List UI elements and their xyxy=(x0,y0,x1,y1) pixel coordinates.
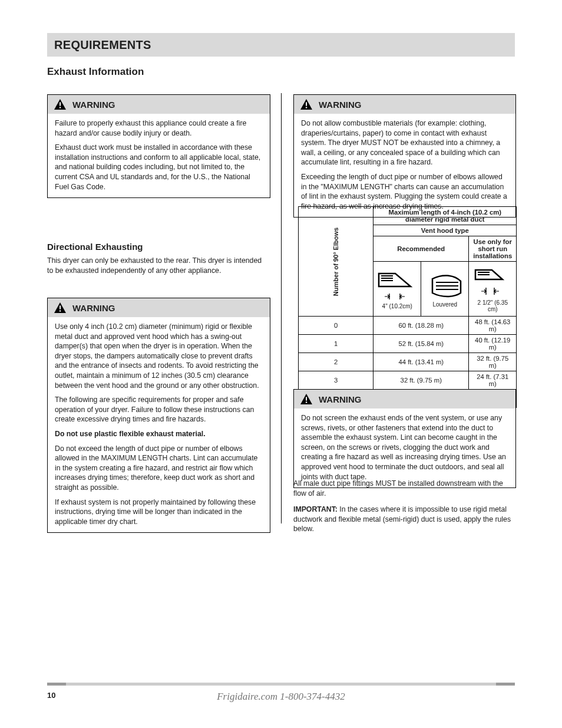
warning-body: Do not allow combustible materials (for … xyxy=(294,114,515,217)
svg-point-7 xyxy=(306,401,308,403)
warning-box-1: WARNING Failure to properly exhaust this… xyxy=(47,94,270,198)
warning-icon xyxy=(54,98,67,110)
warning-title: WARNING xyxy=(319,100,362,110)
table-row: 152 ft. (15.84 m)40 ft. (12.19 m) xyxy=(299,335,517,353)
warning-text: Exceeding the length of duct pipe or num… xyxy=(301,172,508,211)
table-rotated-header: Number of 90° Elbows xyxy=(299,207,373,317)
warning-text: Exhaust duct work must be installed in a… xyxy=(55,143,263,192)
vent-hood-c-icon xyxy=(472,265,513,299)
svg-point-3 xyxy=(59,310,61,312)
warning-text: Use only 4 inch (10.2 cm) diameter (mini… xyxy=(55,322,263,390)
vent-hood-b-icon xyxy=(424,271,465,301)
table-header-row: Maximum length of 4-inch (10.2 cm) diame… xyxy=(373,207,517,225)
warning-body: Do not screen the exhaust ends of the ve… xyxy=(294,409,515,487)
warning-icon xyxy=(54,302,67,314)
vent-hood-diagram-cell: 4" (10.2cm) xyxy=(373,262,421,317)
table-subheader: Use only for short run installations xyxy=(469,236,517,262)
table-row: 060 ft. (18.28 m)48 ft. (14.63 m) xyxy=(299,317,517,335)
section-banner: REQUIREMENTS xyxy=(47,33,515,57)
warning-box-3: WARNING Do not allow combustible materia… xyxy=(293,94,516,218)
section-subtitle: Exhaust Information xyxy=(47,66,515,78)
warning-icon xyxy=(300,393,313,405)
warning-title: WARNING xyxy=(319,394,362,404)
warning-text: If exhaust system is not properly mainta… xyxy=(55,498,263,527)
svg-point-1 xyxy=(59,107,61,108)
svg-rect-2 xyxy=(59,305,61,309)
warning-body: Use only 4 inch (10.2 cm) diameter (mini… xyxy=(48,317,270,532)
svg-rect-6 xyxy=(306,397,307,400)
column-divider xyxy=(281,93,282,523)
table-row: 332 ft. (9.75 m)24 ft. (7.31 m) xyxy=(299,371,517,390)
svg-point-5 xyxy=(306,107,308,108)
table-row: 244 ft. (13.41 m)32 ft. (9.75 m) xyxy=(299,353,517,371)
warning-text: Do not allow combustible materials (for … xyxy=(301,118,508,167)
vent-hood-diagram-cell: Louvered xyxy=(421,262,469,317)
warning-header: WARNING xyxy=(294,390,515,409)
vent-hood-diagram-cell: 2 1/2" (6.35 cm) xyxy=(469,262,517,317)
table-header-row: Vent hood type xyxy=(373,225,517,236)
warning-text: The following are specific requirements … xyxy=(55,395,263,424)
body-paragraph: This dryer can only be exhausted to the … xyxy=(47,256,269,275)
max-length-table: Number of 90° Elbows Maximum length of 4… xyxy=(298,206,517,408)
warning-title: WARNING xyxy=(72,100,115,110)
warning-text: Failure to properly exhaust this applian… xyxy=(55,118,263,138)
warning-icon xyxy=(300,98,313,110)
warning-text: Do not use plastic flexible exhaust mate… xyxy=(55,429,263,439)
subsection-heading: Directional Exhausting xyxy=(47,242,269,252)
vent-hood-a-icon xyxy=(376,269,418,303)
section-banner-title: REQUIREMENTS xyxy=(47,33,515,52)
warning-header: WARNING xyxy=(48,95,270,114)
svg-rect-0 xyxy=(59,102,61,106)
warning-text: Do not exceed the length of duct pipe or… xyxy=(55,444,263,493)
warning-box-4: WARNING Do not screen the exhaust ends o… xyxy=(293,389,516,488)
body-paragraph: All male duct pipe fittings MUST be inst… xyxy=(293,479,515,498)
warning-box-2: WARNING Use only 4 inch (10.2 cm) diamet… xyxy=(47,298,270,533)
table-subheader: Recommended xyxy=(373,236,469,262)
footer-brand: Frigidaire.com 1-800-374-4432 xyxy=(0,691,562,703)
warning-body: Failure to properly exhaust this applian… xyxy=(48,114,270,197)
warning-text: Do not screen the exhaust ends of the ve… xyxy=(301,413,508,482)
svg-rect-4 xyxy=(306,102,307,106)
warning-header: WARNING xyxy=(48,298,270,317)
footer-rule xyxy=(47,683,515,686)
warning-header: WARNING xyxy=(294,95,515,114)
body-paragraph: IMPORTANT: In the cases where it is impo… xyxy=(293,505,515,534)
warning-title: WARNING xyxy=(72,303,115,313)
